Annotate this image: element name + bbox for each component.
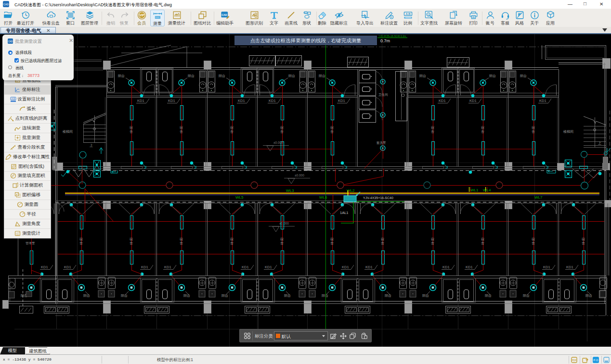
svg-text:舍: 舍 — [280, 130, 284, 134]
svg-text:舍: 舍 — [79, 241, 83, 245]
svg-text:楼梯间: 楼梯间 — [563, 130, 573, 134]
svg-text:盥洗室: 盥洗室 — [377, 141, 386, 145]
svg-text:CAD: CAD — [221, 13, 227, 16]
svg-text:MMMM: MMMM — [405, 17, 411, 19]
svg-text:WL3: WL3 — [286, 188, 294, 193]
svg-text:宿: 宿 — [280, 237, 284, 241]
svg-text:阳台: 阳台 — [520, 74, 527, 78]
svg-text:阳台: 阳台 — [83, 294, 90, 298]
svg-text:阳台: 阳台 — [118, 74, 125, 78]
svg-text:阳台: 阳台 — [419, 74, 426, 78]
svg-text:P·O: P·O — [594, 359, 599, 362]
svg-text:阳台: 阳台 — [121, 294, 128, 298]
svg-text:阳台: 阳台 — [523, 294, 530, 298]
svg-text:舍: 舍 — [180, 130, 183, 134]
svg-text:WL4: WL4 — [483, 188, 491, 192]
svg-text:KD1: KD1 — [41, 265, 48, 269]
svg-text:KD1: KD1 — [365, 265, 373, 269]
svg-text:舍: 舍 — [582, 241, 585, 245]
svg-text:宿: 宿 — [532, 126, 535, 129]
svg-text:阳台: 阳台 — [221, 294, 228, 298]
svg-text:宿: 宿 — [180, 237, 183, 241]
svg-text:宿: 宿 — [330, 126, 334, 129]
svg-text:KD1: KD1 — [242, 265, 249, 269]
svg-text:阳台: 阳台 — [585, 294, 592, 298]
svg-text:±0.000: ±0.000 — [295, 174, 304, 177]
svg-text:CAD: CAD — [3, 3, 9, 6]
svg-text:YJV-4X35+16-SC40 0.2m: YJV-4X35+16-SC40 0.2m — [378, 35, 406, 38]
svg-text:宿: 宿 — [532, 237, 535, 241]
svg-text:舍: 舍 — [381, 241, 384, 245]
svg-text:阳台: 阳台 — [485, 294, 492, 298]
svg-text:PDF: PDF — [572, 359, 577, 362]
svg-text:WL1: WL1 — [470, 188, 479, 192]
svg-text:KD1: KD1 — [442, 265, 450, 269]
svg-text:阳台: 阳台 — [219, 74, 225, 78]
svg-text:1AL1: 1AL1 — [340, 211, 349, 215]
svg-text:KD1: KD1 — [238, 99, 245, 103]
svg-text:阳台: 阳台 — [319, 74, 325, 78]
svg-text:舍: 舍 — [230, 130, 234, 134]
svg-text:上: 上 — [598, 141, 601, 145]
svg-text:舍: 舍 — [180, 241, 183, 245]
svg-text:KD1: KD1 — [64, 265, 71, 269]
svg-text:WL5: WL5 — [235, 195, 244, 200]
svg-text:阳台: 阳台 — [322, 294, 328, 298]
svg-text:舍: 舍 — [431, 130, 434, 134]
svg-text:舍: 舍 — [330, 130, 334, 134]
svg-text:宿: 宿 — [481, 126, 484, 129]
svg-text:上: 上 — [90, 144, 93, 147]
svg-text:楼梯间: 楼梯间 — [63, 130, 73, 134]
svg-text:阳台: 阳台 — [422, 294, 429, 298]
svg-text:KD1: KD1 — [469, 99, 477, 103]
svg-text:KD1: KD1 — [141, 265, 148, 269]
svg-text:宿: 宿 — [130, 126, 133, 129]
svg-text:WL6: WL6 — [319, 195, 327, 200]
svg-text:舍: 舍 — [330, 241, 334, 245]
svg-text:KD1: KD1 — [269, 99, 276, 103]
svg-text:宿: 宿 — [230, 126, 234, 129]
svg-text:Q: Q — [427, 13, 429, 16]
svg-text:KD1: KD1 — [439, 99, 446, 103]
svg-text:宿: 宿 — [280, 126, 284, 129]
svg-text:A:B: A:B — [11, 98, 14, 100]
svg-text:KD1: KD1 — [543, 265, 550, 269]
svg-text:阳台: 阳台 — [489, 74, 496, 78]
svg-text:0.7m: 0.7m — [380, 38, 390, 43]
svg-text:宿: 宿 — [481, 237, 484, 241]
svg-text:KD1: KD1 — [265, 265, 272, 269]
svg-text:WL7: WL7 — [534, 195, 543, 200]
svg-text:宿: 宿 — [381, 237, 384, 241]
svg-text:舍: 舍 — [481, 241, 484, 245]
svg-text:舍: 舍 — [280, 241, 284, 245]
svg-text:舍: 舍 — [130, 241, 133, 245]
svg-text:舍: 舍 — [481, 130, 484, 134]
svg-text:舍: 舍 — [230, 241, 234, 245]
svg-text:宿: 宿 — [582, 237, 585, 241]
svg-text:A:B: A:B — [405, 13, 410, 15]
svg-text:宿: 宿 — [230, 237, 234, 241]
svg-text:YJV-4X35+16-SC40: YJV-4X35+16-SC40 — [363, 196, 393, 200]
svg-text:管理室: 管理室 — [26, 241, 35, 245]
svg-text:KD1: KD1 — [539, 99, 546, 103]
svg-text:阳台: 阳台 — [188, 74, 195, 78]
svg-text:KD1: KD1 — [466, 265, 473, 269]
svg-text:阳台: 阳台 — [183, 294, 190, 298]
svg-text:阳台: 阳台 — [385, 294, 391, 298]
svg-text:卫生间: 卫生间 — [378, 93, 388, 97]
svg-text:宿: 宿 — [180, 126, 183, 129]
svg-text:KD1: KD1 — [338, 99, 345, 103]
svg-text:VIP: VIP — [139, 13, 144, 17]
svg-text:KD1: KD1 — [164, 265, 171, 269]
svg-text:宿: 宿 — [130, 237, 133, 241]
svg-text:KD1: KD1 — [168, 99, 175, 103]
svg-text:KD1: KD1 — [566, 265, 573, 269]
svg-text:KD1: KD1 — [342, 265, 349, 269]
svg-text:KD1: KD1 — [137, 99, 144, 103]
svg-text:阳台: 阳台 — [284, 294, 291, 298]
svg-text:舍: 舍 — [130, 130, 133, 134]
svg-text:阳台: 阳台 — [288, 74, 295, 78]
svg-text:宿: 宿 — [431, 237, 434, 241]
svg-text:宿: 宿 — [431, 126, 434, 129]
svg-text:舍: 舍 — [532, 130, 535, 134]
